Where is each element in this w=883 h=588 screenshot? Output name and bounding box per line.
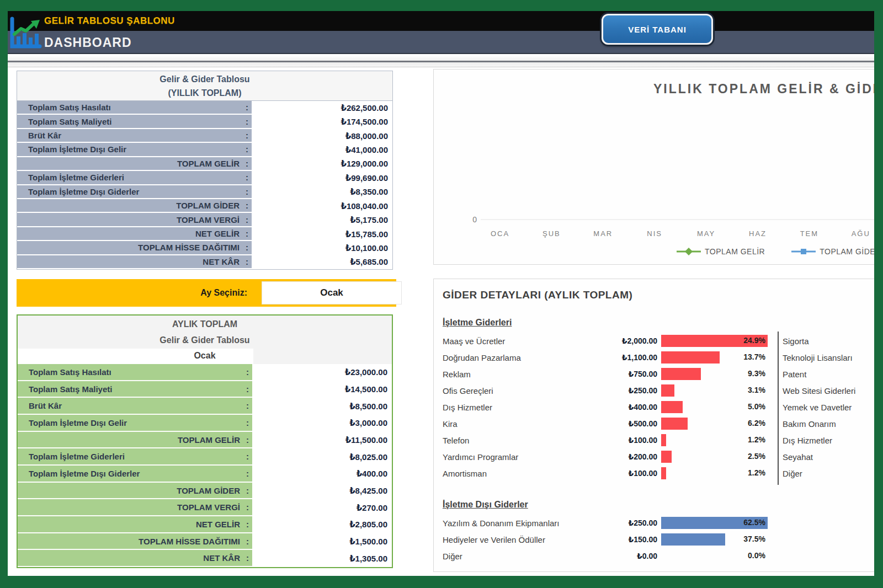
monthly-table-title-line3: Ocak bbox=[18, 349, 392, 363]
expense-label: Dış Hizmetler bbox=[443, 403, 603, 412]
row-label: TOPLAM VERGİ bbox=[28, 215, 244, 224]
expense-bar bbox=[661, 467, 666, 479]
app-window: GELİR TABLOSU ŞABLONU DASHBOARD VERİ TAB… bbox=[8, 11, 874, 576]
veri-tabani-button[interactable]: VERİ TABANI bbox=[602, 14, 713, 45]
row-value: ₺10,100.00 bbox=[252, 241, 392, 255]
expense-bar bbox=[661, 351, 720, 364]
line-chart: 05000100001500020000OCAŞUBMARNISMAYHAZTE… bbox=[434, 70, 874, 265]
yearly-income-expense-table: Gelir & Gider Tablosu (YILLIK TOPLAM) To… bbox=[17, 71, 393, 270]
expense-bar-cell: 1.2% bbox=[661, 434, 768, 446]
expense-side-label: Web Sitesi Giderleri bbox=[783, 382, 855, 399]
table-row: Toplam İşletme Giderleri:₺8,025.00 bbox=[18, 448, 392, 466]
expense-side-label: Diğer bbox=[783, 465, 855, 482]
row-colon: : bbox=[244, 469, 249, 478]
table-row: Toplam İşletme Dışı Giderler:₺400.00 bbox=[18, 466, 392, 483]
expense-bar bbox=[661, 384, 674, 397]
row-colon: : bbox=[244, 537, 249, 546]
row-label: Brüt Kâr bbox=[29, 401, 244, 410]
table-row: Brüt Kâr:₺8,500.00 bbox=[18, 398, 392, 415]
expense-bar-cell: 62.5% bbox=[661, 517, 768, 529]
month-selector-label: Ay Seçiniz: bbox=[17, 288, 247, 298]
row-label-cell: NET KÂR: bbox=[17, 255, 252, 269]
row-colon: : bbox=[244, 201, 248, 210]
section-divider-line bbox=[778, 332, 779, 485]
yearly-table-rows: Toplam Satış Hasılatı:₺262,500.00Toplam … bbox=[17, 101, 392, 269]
expense-value: ₺100.00 bbox=[588, 436, 657, 445]
row-value: ₺23,000.00 bbox=[252, 364, 392, 381]
row-colon: : bbox=[244, 435, 249, 445]
row-value: ₺88,000.00 bbox=[252, 129, 392, 143]
table-row: Toplam İşletme Dışı Gelir:₺41,000.00 bbox=[17, 143, 392, 157]
expense-value: ₺250.00 bbox=[588, 386, 657, 395]
header-bottom-bar bbox=[8, 31, 874, 54]
expense-bar-cell: 13.7% bbox=[661, 351, 768, 364]
row-colon: : bbox=[244, 103, 248, 112]
expense-row: Reklam₺750.009.3% bbox=[434, 366, 776, 382]
expense-row: Diğer₺0.000.0% bbox=[434, 548, 776, 564]
expense-label: Reklam bbox=[443, 370, 603, 379]
row-label-cell: Toplam İşletme Dışı Gelir: bbox=[18, 415, 252, 432]
expense-percent: 37.5% bbox=[743, 534, 765, 543]
expense-label: Amortisman bbox=[443, 469, 603, 478]
expense-side-label: Dış Hizmetler bbox=[783, 432, 855, 448]
row-colon: : bbox=[244, 229, 248, 238]
expense-percent: 1.2% bbox=[748, 468, 765, 477]
expense-bar bbox=[661, 401, 683, 413]
row-label: TOPLAM HİSSE DAĞITIMI bbox=[28, 243, 244, 252]
row-value: ₺129,000.00 bbox=[252, 157, 392, 171]
row-label: TOPLAM HİSSE DAĞITIMI bbox=[29, 537, 244, 546]
window-chrome-strip bbox=[8, 55, 874, 67]
expense-bar bbox=[661, 434, 666, 446]
expense-row: Hediyeler ve Verilen Ödüller₺150.0037.5% bbox=[434, 531, 776, 548]
row-label: NET GELİR bbox=[29, 520, 244, 529]
x-axis-label: OCA bbox=[491, 229, 509, 238]
month-selector-bar: Ay Seçiniz: Ocak bbox=[17, 279, 396, 307]
expense-value: ₺0.00 bbox=[588, 552, 657, 560]
row-colon: : bbox=[244, 486, 249, 495]
expense-value: ₺150.00 bbox=[588, 535, 657, 544]
yearly-chart-panel: 05000100001500020000OCAŞUBMARNISMAYHAZTE… bbox=[433, 69, 874, 265]
table-row: NET GELİR:₺15,785.00 bbox=[17, 227, 392, 241]
row-value: ₺11,500.00 bbox=[252, 432, 392, 449]
legend-item: TOPLAM GELİR bbox=[677, 247, 765, 256]
month-selector-value[interactable]: Ocak bbox=[262, 281, 402, 304]
table-row: Toplam İşletme Giderleri:₺99,690.00 bbox=[17, 171, 392, 185]
row-value: ₺1,500.00 bbox=[252, 533, 392, 550]
row-colon: : bbox=[244, 173, 248, 182]
expense-row: Kira₺500.006.2% bbox=[434, 415, 776, 432]
x-axis-label: MAY bbox=[697, 229, 715, 238]
table-row: NET KÂR:₺1,305.00 bbox=[18, 550, 392, 567]
expense-row: Telefon₺100.001.2% bbox=[434, 432, 776, 448]
row-label: Toplam İşletme Dışı Gelir bbox=[28, 145, 244, 154]
y-axis-tick: 0 bbox=[472, 215, 477, 224]
row-colon: : bbox=[244, 215, 248, 224]
expense-row: Yazılım & Donanım Ekipmanları₺250.0062.5… bbox=[434, 515, 776, 531]
table-row: Brüt Kâr:₺88,000.00 bbox=[17, 129, 392, 143]
expense-bar-cell: 6.2% bbox=[661, 418, 768, 430]
legend-label: TOPLAM GELİR bbox=[705, 247, 765, 256]
monthly-income-expense-table: AYLIK TOPLAM Gelir & Gider Tablosu Ocak … bbox=[17, 314, 393, 568]
row-label: Toplam İşletme Dışı Giderler bbox=[29, 469, 244, 478]
expense-percent: 6.2% bbox=[748, 419, 765, 427]
expense-value: ₺250.00 bbox=[588, 518, 657, 527]
table-row: TOPLAM VERGİ:₺270.00 bbox=[18, 499, 392, 516]
expense-label: Kira bbox=[443, 419, 603, 429]
row-label: Toplam Satış Maliyeti bbox=[29, 384, 244, 394]
expense-value: ₺500.00 bbox=[588, 419, 657, 428]
row-colon: : bbox=[244, 159, 248, 168]
row-label-cell: NET GELİR: bbox=[18, 516, 252, 533]
row-value: ₺8,025.00 bbox=[252, 448, 392, 466]
row-value: ₺1,305.00 bbox=[252, 550, 392, 567]
chrome-divider-line bbox=[8, 61, 874, 62]
row-colon: : bbox=[244, 243, 248, 252]
row-label-cell: Toplam Satış Maliyeti: bbox=[18, 381, 252, 398]
expense-side-label: Teknoloji Lisansları bbox=[783, 349, 855, 366]
row-label: TOPLAM VERGİ bbox=[29, 503, 244, 512]
table-row: TOPLAM GELİR:₺129,000.00 bbox=[17, 157, 392, 171]
expense-row: Ofis Gereçleri₺250.003.1% bbox=[434, 382, 776, 399]
expense-label: Hediyeler ve Verilen Ödüller bbox=[443, 535, 603, 544]
row-colon: : bbox=[244, 187, 248, 196]
row-colon: : bbox=[244, 520, 249, 529]
row-colon: : bbox=[244, 384, 249, 394]
chart-logo-icon bbox=[8, 15, 43, 51]
